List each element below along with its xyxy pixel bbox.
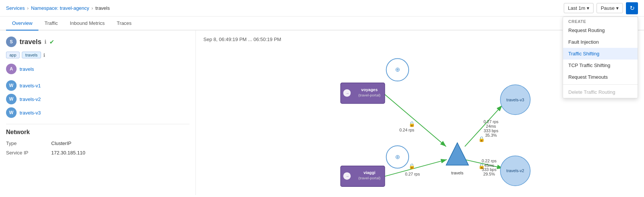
edge-label-027-viaggi: 0.27 rps bbox=[405, 172, 420, 176]
network-info: Type ClusterIP Service IP 172.30.185.110 bbox=[6, 139, 189, 157]
tab-traffic[interactable]: Traffic bbox=[38, 17, 64, 31]
tab-overview[interactable]: Overview bbox=[6, 17, 38, 31]
service-header: S travels ℹ ✔ bbox=[6, 37, 189, 47]
menu-create-section: Create bbox=[563, 17, 638, 24]
workload-travels-v1[interactable]: W travels-v1 bbox=[6, 79, 189, 92]
menu-item-fault-injection[interactable]: Fault Injection bbox=[563, 36, 638, 48]
service-health-icon: ✔ bbox=[49, 38, 54, 46]
workload-name-v2: travels-v2 bbox=[20, 96, 41, 102]
edge-label-v2-ms: 45ms bbox=[484, 163, 494, 168]
viaggi-sublabel: (travel-portal) bbox=[358, 176, 380, 180]
lock-icon-viaggi: 🔒 bbox=[409, 163, 415, 170]
related-service-a[interactable]: A travels bbox=[6, 62, 189, 76]
service-type-badge: S bbox=[6, 37, 17, 47]
menu-item-request-timeouts[interactable]: Request Timeouts bbox=[563, 71, 638, 83]
top-bar: Services › Namespace: travel-agency › tr… bbox=[0, 0, 644, 17]
label-app[interactable]: app bbox=[6, 52, 20, 58]
edge-label-v2-rps: 0.22 rps bbox=[482, 159, 497, 163]
graph-timestamp: Sep 8, 06:49:19 PM ... 06:50:19 PM bbox=[203, 37, 281, 42]
menu-item-request-routing[interactable]: Request Routing bbox=[563, 24, 638, 36]
hub-icon-2: ⊕ bbox=[395, 154, 400, 160]
node-travels-v3-label: travels-v3 bbox=[507, 98, 524, 102]
workload-badge-v1: W bbox=[6, 80, 17, 91]
edge-label-v3-ms: 24ms bbox=[486, 124, 496, 128]
edge-label-v3-pct: 35.3% bbox=[485, 133, 497, 137]
workload-list: W travels-v1 W travels-v2 W travels-v3 bbox=[6, 79, 189, 119]
network-section-title: Network bbox=[6, 129, 189, 136]
tab-inbound-metrics[interactable]: Inbound Metrics bbox=[64, 17, 111, 31]
voyages-label: voyages bbox=[361, 87, 378, 92]
tab-traces[interactable]: Traces bbox=[111, 17, 137, 31]
breadcrumb-sep-2: › bbox=[92, 5, 93, 11]
node-travels-v2-label: travels-v2 bbox=[507, 168, 524, 173]
viaggi-arrow-icon: → bbox=[345, 174, 349, 178]
voyages-sublabel: (travel-portal) bbox=[358, 93, 380, 97]
refresh-button[interactable]: ↻ bbox=[626, 2, 638, 14]
lock-icon-v3: 🔒 bbox=[478, 136, 485, 142]
pause-label: Pause bbox=[601, 5, 615, 11]
edge-label-024: 0.24 rps bbox=[400, 128, 415, 132]
breadcrumb-sep-1: › bbox=[27, 5, 29, 11]
main-content: S travels ℹ ✔ app travels ℹ A travels W … bbox=[0, 31, 644, 195]
edge-voyages-travels bbox=[385, 94, 446, 147]
refresh-icon: ↻ bbox=[630, 5, 635, 12]
time-range-dropdown[interactable]: Last 1m ▾ bbox=[564, 3, 594, 13]
pause-chevron-icon: ▾ bbox=[616, 5, 619, 11]
menu-item-delete-traffic-routing[interactable]: Delete Traffic Routing bbox=[563, 86, 638, 98]
lock-icon-voyages: 🔒 bbox=[409, 121, 415, 127]
panel-divider bbox=[6, 124, 189, 124]
left-panel: S travels ℹ ✔ app travels ℹ A travels W … bbox=[0, 31, 196, 195]
related-a-badge: A bbox=[6, 64, 17, 74]
edge-label-v2-bps: 333 bps bbox=[482, 167, 496, 172]
menu-divider bbox=[563, 84, 638, 85]
breadcrumb-namespace[interactable]: Namespace: travel-agency bbox=[31, 5, 89, 11]
label-travels[interactable]: travels bbox=[22, 52, 41, 58]
network-type-label: Type bbox=[6, 139, 51, 147]
workload-travels-v3[interactable]: W travels-v3 bbox=[6, 106, 189, 119]
labels-row: app travels ℹ bbox=[6, 52, 189, 58]
service-name: travels bbox=[20, 38, 41, 46]
node-travels-label: travels bbox=[451, 171, 464, 175]
time-range-label: Last 1m bbox=[568, 5, 585, 11]
workload-travels-v2[interactable]: W travels-v2 bbox=[6, 92, 189, 106]
labels-info-icon[interactable]: ℹ bbox=[43, 52, 45, 58]
actions-dropdown-menu: Create Request Routing Fault Injection T… bbox=[563, 17, 638, 98]
service-info-icon[interactable]: ℹ bbox=[44, 39, 46, 45]
network-ip-value: 172.30.185.110 bbox=[51, 149, 189, 157]
breadcrumb-current: travels bbox=[95, 5, 110, 11]
edge-label-v3-bps: 333 bps bbox=[484, 128, 498, 133]
workload-badge-v3: W bbox=[6, 107, 17, 118]
time-range-chevron-icon: ▾ bbox=[587, 5, 589, 11]
edge-label-v3-rps: 0.27 rps bbox=[484, 119, 499, 124]
pause-dropdown[interactable]: Pause ▾ bbox=[597, 3, 623, 13]
workload-badge-v2: W bbox=[6, 94, 17, 104]
edge-label-v2-pct: 29.5% bbox=[483, 172, 495, 176]
top-bar-controls: Last 1m ▾ Pause ▾ ↻ bbox=[564, 2, 638, 14]
hub-icon-1: ⊕ bbox=[395, 66, 400, 73]
voyages-arrow-icon: → bbox=[345, 91, 349, 95]
network-ip-label: Service IP bbox=[6, 149, 51, 157]
breadcrumb: Services › Namespace: travel-agency › tr… bbox=[6, 5, 110, 11]
workload-name-v1: travels-v1 bbox=[20, 83, 41, 89]
tab-bar: Overview Traffic Inbound Metrics Traces bbox=[0, 17, 644, 31]
breadcrumb-services[interactable]: Services bbox=[6, 5, 25, 11]
viaggi-label: viaggi bbox=[363, 170, 375, 175]
related-a-name: travels bbox=[20, 66, 34, 72]
menu-item-traffic-shifting[interactable]: Traffic Shifting bbox=[563, 48, 638, 60]
menu-item-tcp-traffic-shifting[interactable]: TCP Traffic Shifting bbox=[563, 60, 638, 71]
network-type-value: ClusterIP bbox=[51, 139, 189, 147]
workload-name-v3: travels-v3 bbox=[20, 110, 41, 116]
